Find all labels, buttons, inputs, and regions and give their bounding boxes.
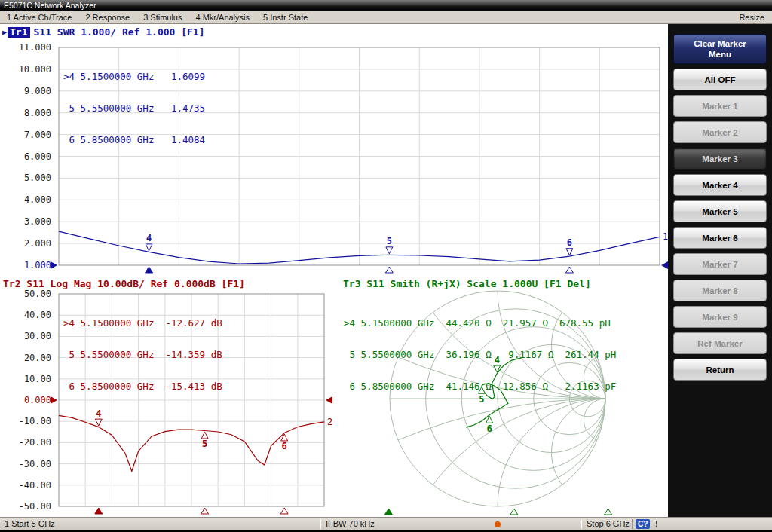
marker-readout-row: 5 5.5500000 GHz -14.359 dB — [63, 350, 222, 360]
trace2-title: Tr2 S11 Log Mag 10.00dB/ Ref 0.000dB [F1… — [3, 278, 245, 289]
status-indicator-dot — [495, 521, 501, 527]
stimulus-marker-triangle[interactable] — [146, 267, 153, 273]
stimulus-marker-triangle[interactable] — [565, 267, 573, 273]
y-tick-label: -50.00 — [19, 501, 51, 512]
softkey-marker-9: Marker 9 — [673, 306, 767, 328]
tr2-end-label: 2 — [327, 417, 332, 427]
stimulus-marker-triangle[interactable] — [280, 508, 288, 514]
y-tick-label: -30.00 — [19, 459, 51, 469]
window-title: E5071C Network Analyzer — [4, 1, 96, 10]
softkey-menu-title: Clear Marker Menu — [673, 34, 767, 64]
trace1-header: ▶ Tr1 S11 SWR 1.000/ Ref 1.000 [F1] — [2, 26, 205, 38]
marker-readout-row: >4 5.1500000 GHz -12.627 dB — [63, 318, 222, 329]
title-bar[interactable]: E5071C Network Analyzer — [0, 0, 772, 11]
menu-item-1-active-ch-trace[interactable]: 1 Active Ch/Trace — [0, 11, 78, 23]
softkey-list: All OFFMarker 1Marker 2Marker 3Marker 4M… — [668, 69, 772, 381]
active-trace-arrow-icon: ▶ — [2, 28, 7, 36]
status-separator — [320, 519, 321, 529]
y-tick-label: 7.000 — [24, 130, 51, 140]
y-tick-label: 0.000 — [24, 395, 51, 405]
stimulus-marker-triangle[interactable] — [385, 267, 393, 273]
trace1-title: S11 SWR 1.000/ Ref 1.000 [F1] — [34, 26, 205, 38]
status-separator — [632, 519, 633, 529]
ref-level-arrow-right — [661, 261, 668, 269]
menu-item-5-instr-state[interactable]: 5 Instr State — [256, 11, 314, 23]
y-tick-label: 10.00 — [24, 374, 51, 384]
marker-readout-row: 6 5.8500000 GHz -15.413 dB — [63, 381, 222, 392]
status-bar: 1 Start 5 GHz IFBW 70 kHz Stop 6 GHz C? … — [0, 517, 772, 530]
softkey-marker-6[interactable]: Marker 6 — [673, 227, 767, 249]
y-tick-label: 1.000 — [24, 260, 51, 271]
marker-readout-row: 6 5.8500000 GHz 1.4084 — [63, 135, 205, 145]
ref-level-arrow-left — [51, 396, 57, 404]
trace2-header: Tr2 S11 Log Mag 10.00dB/ Ref 0.000dB [F1… — [3, 278, 245, 289]
softkey-ref-marker: Ref Marker — [673, 332, 767, 354]
trace2-marker-readout: >4 5.1500000 GHz -12.627 dB 5 5.5500000 … — [63, 297, 222, 413]
marker-6-symbol[interactable] — [566, 249, 573, 255]
menu-items: 1 Active Ch/Trace2 Response3 Stimulus4 M… — [0, 11, 314, 23]
softkey-marker-8: Marker 8 — [673, 280, 767, 301]
y-tick-label: 8.000 — [24, 108, 51, 118]
marker-6-label: 6 — [487, 423, 492, 434]
marker-6-label: 6 — [567, 237, 572, 248]
app-window: E5071C Network Analyzer 1 Active Ch/Trac… — [0, 0, 772, 532]
stimulus-marker-triangle[interactable] — [510, 509, 518, 515]
menu-item-resize[interactable]: Resize — [739, 13, 772, 22]
y-tick-label: 50.00 — [24, 289, 51, 299]
menu-item-4-mkr-analysis[interactable]: 4 Mkr/Analysis — [188, 11, 256, 23]
trace3-marker-readout: >4 5.1500000 GHz 44.420 Ω 21.957 Ω 678.5… — [344, 297, 616, 413]
softkey-marker-4[interactable]: Marker 4 — [673, 174, 767, 196]
menu-bar: 1 Active Ch/Trace2 Response3 Stimulus4 M… — [0, 11, 772, 24]
stimulus-marker-triangle[interactable] — [95, 508, 103, 514]
plot-area: 11.00010.0009.0008.0007.0006.0005.0004.0… — [0, 24, 668, 517]
stimulus-marker-triangle[interactable] — [201, 508, 209, 514]
marker-4-symbol[interactable] — [146, 244, 152, 251]
y-tick-label: 2.000 — [24, 238, 51, 249]
y-tick-label: 3.000 — [24, 216, 51, 227]
y-tick-label: 11.000 — [19, 42, 51, 53]
trace1-marker-readout: >4 5.1500000 GHz 1.6099 5 5.5500000 GHz … — [63, 50, 205, 167]
marker-readout-row: >4 5.1500000 GHz 44.420 Ω 21.957 Ω 678.5… — [344, 318, 616, 329]
marker-6-label: 6 — [282, 441, 287, 451]
softkey-marker-1: Marker 1 — [673, 95, 767, 117]
ref-level-arrow-left — [51, 261, 57, 269]
trace1-badge[interactable]: Tr1 — [8, 27, 29, 38]
marker-4-label: 4 — [146, 233, 152, 243]
y-tick-label: 9.000 — [24, 86, 51, 96]
ref-level-arrow-right — [326, 396, 332, 404]
marker-5-symbol[interactable] — [386, 247, 393, 254]
marker-readout-row: 6 5.8500000 GHz 41.146 Ω -12.856 Ω 2.116… — [344, 381, 616, 392]
menu-item-2-response[interactable]: 2 Response — [78, 11, 136, 23]
softkey-return[interactable]: Return — [673, 359, 767, 381]
marker-4-symbol[interactable] — [95, 419, 102, 426]
trace3-header: Tr3 S11 Smith (R+jX) Scale 1.000U [F1 De… — [343, 278, 591, 289]
marker-readout-row: 5 5.5500000 GHz 1.4735 — [63, 103, 205, 114]
status-correction-badge: C? — [636, 519, 650, 529]
tr1-end-label: 1 — [663, 231, 668, 242]
softkey-marker-7: Marker 7 — [673, 253, 767, 275]
softkey-marker-3[interactable]: Marker 3 — [673, 148, 767, 170]
stimulus-marker-triangle[interactable] — [605, 509, 612, 515]
status-stop-frequency: Stop 6 GHz — [587, 518, 630, 530]
status-start-frequency: 1 Start 5 GHz — [5, 518, 55, 530]
stimulus-marker-triangle[interactable] — [384, 509, 392, 515]
menu-item-3-stimulus[interactable]: 3 Stimulus — [136, 11, 188, 23]
trace3-title: Tr3 S11 Smith (R+jX) Scale 1.000U [F1 De… — [343, 278, 591, 289]
marker-readout-row: 5 5.5500000 GHz 36.196 Ω 9.1167 Ω 261.44… — [344, 350, 616, 360]
status-separator — [581, 519, 582, 529]
y-tick-label: 4.000 — [24, 194, 51, 205]
softkey-all-off[interactable]: All OFF — [673, 69, 767, 90]
marker-5-label: 5 — [387, 236, 392, 246]
softkey-panel: Clear Marker Menu All OFFMarker 1Marker … — [668, 24, 772, 517]
y-tick-label: 6.000 — [24, 151, 51, 162]
y-tick-label: -10.00 — [19, 416, 51, 427]
y-tick-label: 10.000 — [19, 64, 51, 75]
status-warning-icon: ! — [655, 518, 658, 530]
softkey-marker-5[interactable]: Marker 5 — [673, 200, 767, 222]
y-tick-label: 5.000 — [24, 173, 51, 183]
softkey-marker-2: Marker 2 — [673, 121, 767, 143]
y-tick-label: 40.00 — [24, 310, 51, 320]
marker-5-symbol[interactable] — [201, 432, 208, 439]
y-tick-label: -20.00 — [19, 437, 51, 448]
status-ifbw: IFBW 70 kHz — [326, 518, 375, 530]
